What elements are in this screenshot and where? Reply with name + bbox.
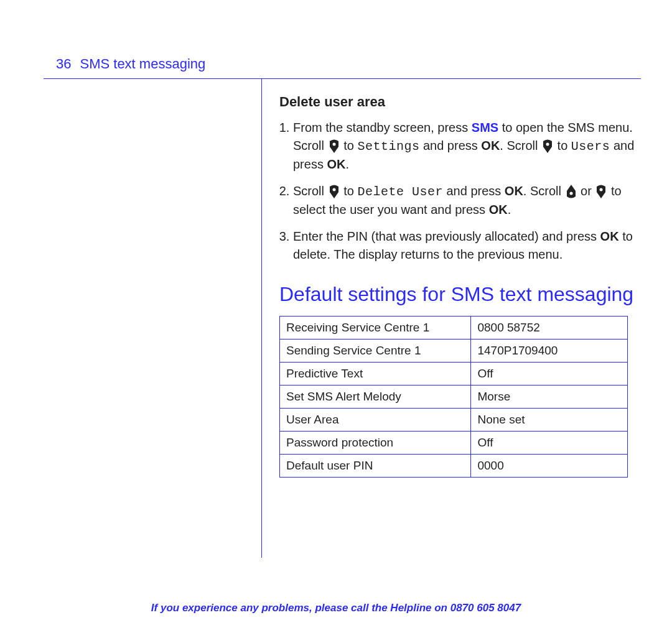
table-row: Set SMS Alert MelodyMorse bbox=[280, 386, 628, 409]
section-title: Delete user area bbox=[279, 94, 635, 110]
setting-label: Password protection bbox=[280, 432, 471, 455]
setting-label: Predictive Text bbox=[280, 363, 471, 386]
table-row: Password protectionOff bbox=[280, 432, 628, 455]
helpline-footer: If you experience any problems, please c… bbox=[0, 602, 672, 614]
step-text: . Scroll bbox=[523, 184, 565, 198]
setting-value: None set bbox=[471, 409, 628, 432]
ok-key: OK bbox=[505, 184, 523, 198]
svg-point-2 bbox=[332, 188, 335, 191]
step-text: Scroll bbox=[293, 184, 328, 198]
setting-value: 0000 bbox=[471, 455, 628, 478]
step-text: . bbox=[508, 203, 511, 216]
lcd-delete-user: Delete User bbox=[357, 185, 443, 199]
left-column bbox=[56, 79, 262, 558]
step-text: to bbox=[340, 184, 358, 198]
step-text: and press bbox=[443, 184, 505, 198]
table-row: User AreaNone set bbox=[280, 409, 628, 432]
ok-key: OK bbox=[600, 229, 619, 243]
step-text: to bbox=[554, 139, 571, 152]
setting-label: User Area bbox=[280, 409, 471, 432]
step-1: From the standby screen, press SMS to op… bbox=[293, 119, 635, 173]
step-text: Enter the PIN (that was previously alloc… bbox=[293, 229, 600, 243]
ok-key: OK bbox=[327, 157, 345, 171]
down-arrow-icon bbox=[595, 185, 607, 198]
svg-point-0 bbox=[332, 142, 335, 146]
lcd-settings: Settings bbox=[357, 139, 419, 154]
down-arrow-icon bbox=[328, 139, 340, 153]
step-text: . bbox=[345, 157, 349, 171]
main-heading: Default settings for SMS text messaging bbox=[279, 282, 635, 306]
page-number: 36 bbox=[56, 56, 71, 72]
content-columns: Delete user area From the standby screen… bbox=[56, 79, 635, 558]
instruction-steps: From the standby screen, press SMS to op… bbox=[279, 119, 635, 264]
table-row: Predictive TextOff bbox=[280, 363, 628, 386]
helpline-phone: 0870 605 8047 bbox=[450, 602, 521, 614]
step-text: and press bbox=[419, 139, 481, 152]
ok-key: OK bbox=[481, 139, 500, 152]
setting-label: Default user PIN bbox=[280, 455, 471, 478]
setting-label: Sending Service Centre 1 bbox=[280, 340, 471, 363]
svg-point-1 bbox=[546, 142, 549, 146]
step-text: or bbox=[577, 184, 595, 198]
setting-value: Off bbox=[471, 432, 628, 455]
table-row: Sending Service Centre 11470P1709400 bbox=[280, 340, 628, 363]
down-arrow-icon bbox=[328, 185, 340, 198]
down-arrow-icon bbox=[541, 139, 554, 153]
setting-label: Set SMS Alert Melody bbox=[280, 386, 471, 409]
setting-value: 0800 58752 bbox=[471, 316, 628, 340]
svg-point-3 bbox=[569, 192, 572, 195]
chapter-title: SMS text messaging bbox=[80, 56, 205, 72]
default-settings-table: Receiving Service Centre 10800 58752 Sen… bbox=[279, 316, 628, 478]
manual-page: 36 SMS text messaging Delete user area F… bbox=[0, 0, 672, 633]
setting-label: Receiving Service Centre 1 bbox=[280, 316, 471, 340]
lcd-users: Users bbox=[571, 139, 610, 154]
right-column: Delete user area From the standby screen… bbox=[262, 79, 635, 558]
setting-value: Morse bbox=[471, 386, 628, 409]
table-row: Receiving Service Centre 10800 58752 bbox=[280, 316, 628, 340]
step-text: to bbox=[340, 139, 358, 152]
setting-value: 1470P1709400 bbox=[471, 340, 628, 363]
sms-key: SMS bbox=[472, 121, 498, 134]
step-text: . Scroll bbox=[500, 139, 541, 152]
setting-value: Off bbox=[471, 363, 628, 386]
svg-point-4 bbox=[600, 188, 603, 191]
page-header: 36 SMS text messaging bbox=[56, 56, 635, 76]
step-text: From the standby screen, press bbox=[293, 121, 472, 134]
step-3: Enter the PIN (that was previously alloc… bbox=[293, 228, 635, 264]
up-arrow-icon bbox=[565, 185, 577, 198]
footer-text: If you experience any problems, please c… bbox=[151, 602, 450, 614]
table-row: Default user PIN0000 bbox=[280, 455, 628, 478]
step-2: Scroll to Delete User and press OK. Scro… bbox=[293, 182, 635, 219]
ok-key: OK bbox=[489, 203, 508, 216]
